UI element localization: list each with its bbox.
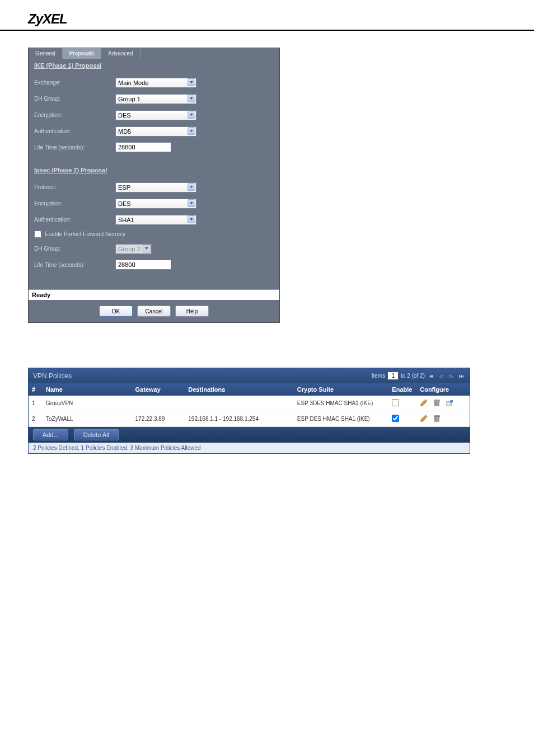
brand-logo: ZyXEL [28, 11, 517, 27]
trash-icon[interactable] [433, 414, 441, 424]
edit-icon[interactable] [420, 398, 428, 408]
svg-rect-7 [434, 416, 439, 417]
dhgroup2-select [115, 244, 152, 254]
pfs-label: Enable Perfect Forward Secrecy [45, 231, 125, 237]
col-destinations-header: Destinations [185, 383, 293, 396]
row-destinations [185, 401, 293, 406]
row-num: 1 [29, 397, 43, 409]
last-page-icon[interactable]: ⏭ [457, 372, 465, 380]
encryption2-select[interactable] [115, 199, 196, 209]
auth2-label: Authentication: [34, 217, 115, 223]
auth2-select[interactable] [115, 215, 196, 225]
vpn-policies-panel: VPN Policies Items to 2 (of 2) ⏮ ◁ ▷ ⏭ #… [28, 368, 470, 454]
pager-range: to 2 (of 2) [401, 373, 425, 379]
row-num: 2 [29, 413, 43, 425]
tab-general[interactable]: General [29, 48, 63, 59]
encryption2-label: Encryption: [34, 200, 115, 206]
row-destinations: 192.168.1.1 - 192.168.1.254 [185, 413, 293, 425]
col-configure-header: Configure [416, 383, 470, 396]
lifetime2-label: Life Time (seconds): [34, 262, 115, 268]
dialog-tabs: General Proposals Advanced [29, 48, 279, 59]
row-gateway [132, 401, 185, 406]
row-crypto: ESP DES HMAC SHA1 (IKE) [294, 413, 389, 425]
col-gateway-header: Gateway [132, 383, 185, 396]
vpn-pager: Items to 2 (of 2) ⏮ ◁ ▷ ⏭ [372, 372, 465, 380]
tab-advanced[interactable]: Advanced [101, 48, 140, 59]
vpn-title: VPN Policies [33, 372, 72, 380]
prev-page-icon[interactable]: ◁ [437, 372, 445, 380]
protocol-label: Protocol: [34, 184, 115, 190]
lifetime1-input[interactable] [115, 142, 171, 152]
next-page-icon[interactable]: ▷ [447, 372, 455, 380]
lifetime2-input[interactable] [115, 260, 171, 270]
phase1-header: IKE (Phase 1) Proposal [29, 59, 279, 72]
pager-items-label: Items [372, 373, 385, 379]
proposals-dialog: General Proposals Advanced IKE (Phase 1)… [28, 48, 280, 323]
ok-button[interactable]: OK [99, 306, 133, 317]
table-row: 1GroupVPNESP 3DES HMAC SHA1 (IKE) [29, 396, 470, 411]
phase2-header: Ipsec (Phase 2) Proposal [29, 163, 279, 177]
add-button[interactable]: Add... [33, 429, 68, 440]
col-crypto-header: Crypto Suite [294, 383, 389, 396]
auth1-label: Authentication: [34, 128, 115, 134]
delete-all-button[interactable]: Delete All [74, 429, 119, 440]
col-name-header: Name [43, 383, 132, 396]
dialog-status: Ready [29, 289, 279, 300]
pfs-checkbox[interactable] [34, 231, 41, 238]
encryption1-label: Encryption: [34, 112, 115, 118]
enable-checkbox[interactable] [392, 415, 399, 422]
help-button[interactable]: Help [175, 306, 209, 317]
auth1-select[interactable] [115, 126, 196, 137]
pager-items-input[interactable] [387, 372, 399, 380]
vpn-status: 2 Policies Defined, 1 Policies Enabled, … [29, 443, 470, 453]
export-icon[interactable] [446, 398, 454, 408]
row-crypto: ESP 3DES HMAC SHA1 (IKE) [294, 397, 389, 409]
cancel-button[interactable]: Cancel [137, 306, 171, 317]
table-row: 2ToZyWALL172.22.3.89192.168.1.1 - 192.16… [29, 411, 470, 427]
dhgroup1-label: DH Group: [34, 96, 115, 102]
exchange-select[interactable] [115, 78, 196, 88]
protocol-select[interactable] [115, 182, 196, 192]
col-enable-header: Enable [388, 383, 416, 396]
encryption1-select[interactable] [115, 110, 196, 120]
svg-rect-1 [434, 400, 439, 401]
tab-proposals[interactable]: Proposals [63, 48, 101, 59]
exchange-label: Exchange: [34, 79, 115, 86]
row-name: ToZyWALL [43, 413, 132, 425]
vpn-header-row: # Name Gateway Destinations Crypto Suite… [29, 383, 470, 396]
enable-checkbox[interactable] [392, 399, 399, 406]
lifetime1-label: Life Time (seconds): [34, 144, 115, 151]
first-page-icon[interactable]: ⏮ [427, 372, 435, 380]
dhgroup1-select[interactable] [115, 94, 196, 104]
trash-icon[interactable] [433, 398, 441, 408]
edit-icon[interactable] [420, 414, 428, 424]
dhgroup2-label: DH Group: [34, 246, 115, 252]
row-gateway: 172.22.3.89 [132, 413, 185, 425]
row-name: GroupVPN [43, 397, 132, 409]
col-num-header: # [29, 383, 43, 396]
